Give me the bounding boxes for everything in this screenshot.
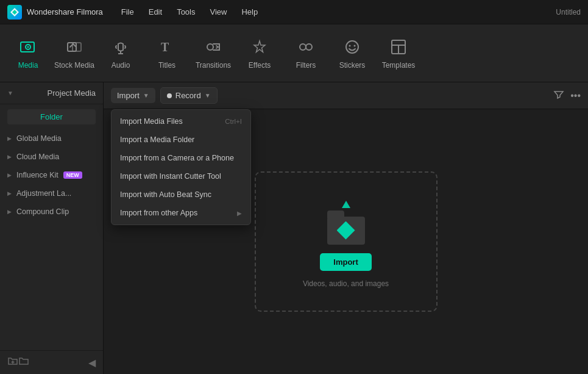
audio-icon <box>110 37 131 57</box>
main-area: ▼ Project Media Folder ▶ Global Media ▶ … <box>0 82 588 374</box>
sidebar-header: ▼ Project Media <box>0 82 103 104</box>
content-toolbar: Import ▼ Record ▼ ••• <box>104 82 588 109</box>
svg-point-12 <box>306 44 312 50</box>
svg-point-4 <box>27 46 29 48</box>
submenu-arrow-icon: ▶ <box>237 210 242 217</box>
new-folder-icon[interactable] <box>18 356 29 369</box>
audio-label: Audio <box>112 61 130 70</box>
svg-point-10 <box>207 44 213 50</box>
effects-icon <box>249 37 270 57</box>
import-hint-text: Videos, audio, and images <box>303 279 389 288</box>
chevron-right-icon: ▶ <box>7 190 12 196</box>
sidebar: ▼ Project Media Folder ▶ Global Media ▶ … <box>0 82 104 374</box>
import-media-folder-item[interactable]: Import a Media Folder <box>112 131 250 149</box>
import-button[interactable]: Import <box>320 253 371 271</box>
import-dropdown-menu: Import Media Files Ctrl+I Import a Media… <box>111 109 251 225</box>
sidebar-item-influence-kit[interactable]: ▶ Influence Kit NEW <box>0 166 103 184</box>
import-media-folder-label: Import a Media Folder <box>120 135 194 144</box>
chevron-right-icon: ▶ <box>7 135 12 142</box>
svg-point-11 <box>300 44 306 50</box>
import-caret-icon: ▼ <box>143 92 149 99</box>
content-area: Import ▼ Record ▼ ••• Import Media Files <box>104 82 588 374</box>
toolbar-btn-effects[interactable]: Effects <box>238 29 282 77</box>
titlebar: Wondershare Filmora File Edit Tools View… <box>0 0 588 24</box>
filters-label: Filters <box>296 61 316 70</box>
import-illustration <box>322 196 370 245</box>
import-camera-phone-item[interactable]: Import from a Camera or a Phone <box>112 149 250 167</box>
menu-bar: File Edit Tools View Help <box>115 5 556 19</box>
import-auto-beat-label: Import with Auto Beat Sync <box>120 190 211 199</box>
sidebar-item-global-media[interactable]: ▶ Global Media <box>0 129 103 148</box>
toolbar-btn-stock-media[interactable]: Stock Media <box>52 29 96 77</box>
menu-tools[interactable]: Tools <box>171 5 201 19</box>
filter-icon[interactable] <box>553 89 564 102</box>
toolbar-btn-titles[interactable]: T Titles <box>145 29 189 77</box>
svg-point-13 <box>346 41 358 53</box>
stickers-label: Stickers <box>339 61 366 70</box>
chevron-right-icon: ▶ <box>7 172 12 178</box>
import-dropdown-btn[interactable]: Import ▼ <box>111 88 155 103</box>
sidebar-item-compound-clip[interactable]: ▶ Compound Clip <box>0 203 103 221</box>
app-logo-icon <box>7 5 22 20</box>
titles-icon: T <box>157 37 177 57</box>
cloud-media-label: Cloud Media <box>16 153 59 161</box>
chevron-right-icon: ▶ <box>7 209 12 215</box>
toolbar-btn-media[interactable]: Media <box>6 29 50 77</box>
import-instant-cutter-label: Import with Instant Cutter Tool <box>120 172 221 181</box>
record-label: Record <box>175 91 201 100</box>
import-other-apps-label: Import from other Apps <box>120 209 197 217</box>
svg-point-14 <box>349 45 351 47</box>
templates-icon <box>388 37 409 57</box>
folder-button[interactable]: Folder <box>7 109 96 124</box>
svg-text:T: T <box>161 40 169 54</box>
project-media-label: Project Media <box>48 88 96 98</box>
titles-label: Titles <box>158 61 175 70</box>
toolbar: Media Stock Media Audio T <box>0 24 588 82</box>
sidebar-item-cloud-media[interactable]: ▶ Cloud Media <box>0 148 103 166</box>
window-title: Untitled <box>556 8 581 16</box>
effects-label: Effects <box>249 61 271 70</box>
import-media-files-shortcut: Ctrl+I <box>225 118 242 125</box>
chevron-right-icon: ▶ <box>7 154 12 160</box>
collapse-icon[interactable]: ◀ <box>88 357 96 369</box>
toolbar-btn-templates[interactable]: Templates <box>377 29 420 77</box>
app-name-label: Wondershare Filmora <box>27 7 103 16</box>
media-label: Media <box>18 61 38 70</box>
menu-edit[interactable]: Edit <box>143 5 168 19</box>
toolbar-btn-audio[interactable]: Audio <box>99 29 143 77</box>
transitions-label: Transitions <box>196 61 231 70</box>
stickers-icon <box>342 37 363 57</box>
record-dot-icon <box>167 93 172 98</box>
stock-media-icon <box>64 37 85 57</box>
compound-clip-label: Compound Clip <box>16 207 69 216</box>
import-other-apps-item[interactable]: Import from other Apps ▶ <box>112 204 250 222</box>
menu-file[interactable]: File <box>115 5 140 19</box>
import-instant-cutter-item[interactable]: Import with Instant Cutter Tool <box>112 167 250 185</box>
toolbar-btn-filters[interactable]: Filters <box>284 29 328 77</box>
media-icon <box>18 37 38 57</box>
transitions-icon <box>203 37 224 57</box>
stock-media-label: Stock Media <box>54 61 94 70</box>
add-folder-icon[interactable] <box>7 356 18 369</box>
more-options-icon[interactable]: ••• <box>570 90 581 101</box>
sidebar-collapse-icon[interactable]: ▼ <box>7 90 13 96</box>
sidebar-item-adjustment-layer[interactable]: ▶ Adjustment La... <box>0 184 103 203</box>
global-media-label: Global Media <box>16 134 62 143</box>
toolbar-btn-stickers[interactable]: Stickers <box>330 29 374 77</box>
influence-kit-label: Influence Kit <box>16 171 58 179</box>
menu-help[interactable]: Help <box>235 5 264 19</box>
toolbar-btn-transitions[interactable]: Transitions <box>191 29 235 77</box>
svg-point-15 <box>354 45 356 47</box>
app-logo: Wondershare Filmora <box>7 5 103 20</box>
import-media-files-label: Import Media Files <box>120 117 183 126</box>
import-auto-beat-item[interactable]: Import with Auto Beat Sync <box>112 185 250 204</box>
templates-label: Templates <box>382 61 416 70</box>
record-btn[interactable]: Record ▼ <box>160 87 218 104</box>
record-caret-icon: ▼ <box>205 92 211 99</box>
drop-zone[interactable]: Import Videos, audio, and images <box>255 171 437 312</box>
filters-icon <box>296 37 316 57</box>
import-media-files-item[interactable]: Import Media Files Ctrl+I <box>112 112 250 131</box>
menu-view[interactable]: View <box>204 5 233 19</box>
import-camera-phone-label: Import from a Camera or a Phone <box>120 154 234 162</box>
content-toolbar-right: ••• <box>553 89 581 102</box>
